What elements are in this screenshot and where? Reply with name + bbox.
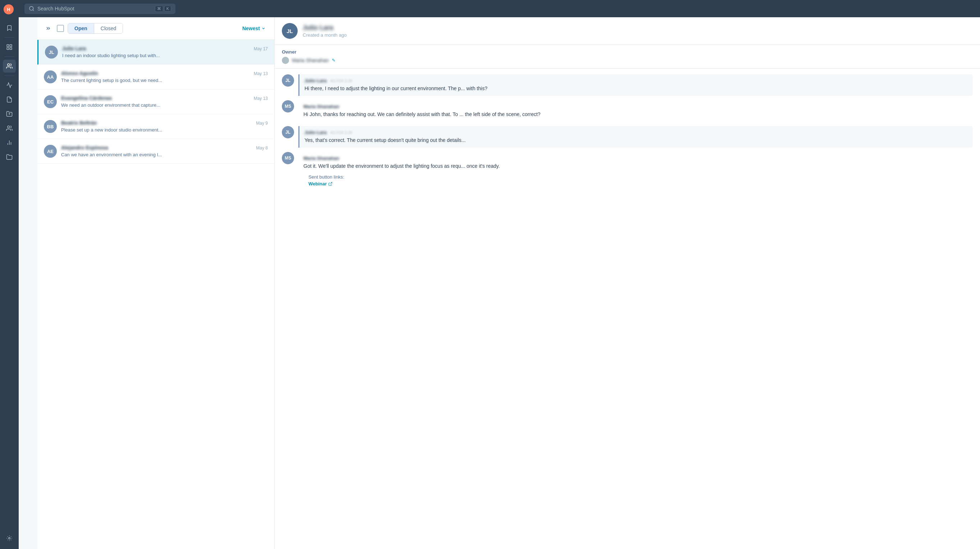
owner-edit-icon[interactable]: ✎	[332, 58, 336, 63]
sidebar-divider-3	[4, 75, 14, 76]
msg-content: Julio Lara 4/17/24 2:39 Yes, that's corr…	[298, 126, 973, 148]
sidebar-item-settings[interactable]	[3, 532, 16, 545]
svg-line-15	[33, 10, 34, 11]
main-content: Open Closed Newest JL Julio Lara May 17 …	[37, 17, 980, 549]
sidebar-item-dashboard[interactable]	[3, 41, 16, 54]
conversations-panel: Open Closed Newest JL Julio Lara May 17 …	[37, 17, 275, 549]
conversation-list: JL Julio Lara May 17 I need an indoor st…	[37, 40, 274, 549]
sidebar-item-reports[interactable]	[3, 93, 16, 106]
sort-button[interactable]: Newest	[239, 24, 269, 33]
conv-preview: Can we have an environment with an eveni…	[61, 152, 268, 157]
chevron-down-icon	[261, 26, 266, 30]
svg-point-9	[8, 126, 10, 128]
conv-name: Evangelina Cárdenas	[61, 95, 112, 101]
conv-top: Evangelina Cárdenas May 13	[61, 95, 268, 101]
sidebar-item-teams[interactable]	[3, 122, 16, 135]
messages-area: JL Julio Lara 4/17/24 2:39 Hi there, I n…	[275, 68, 980, 549]
msg-sender-name: Maria Shanahan	[304, 104, 339, 109]
search-placeholder: Search HubSpot	[37, 6, 75, 11]
conversation-item[interactable]: JL Julio Lara May 17 I need an indoor st…	[37, 40, 274, 65]
sidebar-bottom	[3, 532, 16, 545]
message-bubble: JL Julio Lara 4/17/24 2:39 Yes, that's c…	[282, 126, 973, 148]
message-bubble: JL Julio Lara 4/17/24 2:39 Hi there, I n…	[282, 75, 973, 96]
conversation-item[interactable]: AE Alejandro Espinosa May 8 Can we have …	[37, 139, 274, 164]
msg-header: Maria Shanahan	[304, 155, 968, 161]
conv-date: May 8	[256, 146, 268, 151]
keyboard-shortcut-hint: ⌘ K	[155, 6, 171, 12]
msg-content: Julio Lara 4/17/24 2:39 Hi there, I need…	[298, 75, 973, 96]
status-tab-group: Open Closed	[68, 23, 123, 34]
search-bar[interactable]: Search HubSpot ⌘ K	[24, 3, 175, 14]
detail-panel: JL Julio Lara Created a month ago Owner …	[275, 17, 980, 549]
conv-body: Alonso Agustin May 13 The current lighti…	[61, 70, 268, 83]
conversation-item[interactable]: BB Beatrix Beltrán May 9 Please set up a…	[37, 114, 274, 139]
webinar-link[interactable]: Webinar	[309, 181, 332, 186]
conv-name: Alejandro Espinosa	[61, 145, 108, 151]
msg-sender-name: Julio Lara	[304, 130, 326, 135]
conv-panel-header: Open Closed Newest	[37, 17, 274, 40]
conv-body: Alejandro Espinosa May 8 Can we have an …	[61, 145, 268, 157]
contact-name: Julio Lara	[303, 24, 347, 32]
conv-body: Evangelina Cárdenas May 13 We need an ou…	[61, 95, 268, 108]
msg-sender-name: Julio Lara	[304, 78, 326, 83]
sidebar: H	[0, 0, 19, 549]
topbar: Search HubSpot ⌘ K	[19, 0, 980, 17]
conv-top: Alejandro Espinosa May 8	[61, 145, 268, 151]
conv-avatar: EC	[44, 95, 57, 108]
sidebar-item-marketing[interactable]	[3, 79, 16, 92]
conv-preview: Please set up a new indoor studio enviro…	[61, 127, 268, 133]
conv-date: May 9	[256, 121, 268, 126]
conv-name: Beatrix Beltrán	[61, 120, 97, 126]
conversation-item[interactable]: EC Evangelina Cárdenas May 13 We need an…	[37, 89, 274, 114]
svg-point-6	[8, 63, 10, 66]
conv-top: Alonso Agustin May 13	[61, 70, 268, 76]
select-all-checkbox[interactable]	[57, 25, 64, 32]
kbd-k: K	[164, 6, 171, 11]
conv-avatar: AA	[44, 70, 57, 83]
sidebar-divider-1	[4, 37, 14, 38]
msg-text: Hi John, thanks for reaching out. We can…	[304, 111, 968, 118]
closed-tab[interactable]: Closed	[94, 23, 123, 33]
conv-avatar: JL	[45, 46, 58, 59]
conv-avatar: BB	[44, 120, 57, 133]
svg-line-16	[330, 182, 332, 184]
conv-date: May 17	[254, 46, 268, 51]
owner-label: Owner	[282, 49, 973, 55]
svg-point-13	[9, 538, 10, 539]
conv-top: Beatrix Beltrán May 9	[61, 120, 268, 126]
hubspot-logo-icon[interactable]: H	[3, 4, 15, 16]
sidebar-item-files[interactable]	[3, 108, 16, 121]
msg-content: Maria Shanahan Got it. We'll update the …	[298, 152, 973, 194]
kbd-cmd: ⌘	[155, 6, 163, 12]
conv-date: May 13	[254, 96, 268, 101]
msg-header: Julio Lara 4/17/24 2:39	[304, 78, 968, 83]
contact-info: Julio Lara Created a month ago	[303, 24, 347, 38]
sidebar-item-folder[interactable]	[3, 151, 16, 163]
msg-content: Maria Shanahan Hi John, thanks for reach…	[298, 100, 973, 122]
search-icon	[29, 6, 35, 11]
created-meta: Created a month ago	[303, 32, 347, 38]
msg-avatar: JL	[282, 126, 294, 138]
sent-links-section: Sent button links: Webinar	[304, 170, 968, 191]
sidebar-item-contacts[interactable]	[3, 60, 16, 73]
open-tab[interactable]: Open	[68, 23, 94, 33]
svg-rect-5	[10, 48, 12, 49]
svg-text:H: H	[7, 7, 10, 12]
external-link-icon	[328, 182, 332, 186]
owner-avatar	[282, 57, 289, 64]
svg-rect-2	[7, 44, 9, 46]
sidebar-item-analytics[interactable]	[3, 136, 16, 149]
expand-button[interactable]	[43, 23, 53, 33]
detail-header: JL Julio Lara Created a month ago	[275, 17, 980, 45]
msg-text: Got it. We'll update the environment to …	[304, 162, 968, 170]
conversation-item[interactable]: AA Alonso Agustin May 13 The current lig…	[37, 65, 274, 89]
conv-avatar: AE	[44, 145, 57, 158]
sent-links-label: Sent button links:	[309, 174, 963, 180]
conv-preview: The current lighting setup is good, but …	[61, 78, 268, 83]
conv-preview: We need an outdoor environment that capt…	[61, 102, 268, 108]
msg-avatar: MS	[282, 100, 294, 113]
msg-header: Julio Lara 4/17/24 2:39	[304, 130, 968, 135]
conv-preview: I need an indoor studio lighting setup b…	[62, 53, 268, 58]
msg-text: Yes, that's correct. The current setup d…	[304, 136, 968, 144]
sidebar-item-bookmark[interactable]	[3, 22, 16, 35]
